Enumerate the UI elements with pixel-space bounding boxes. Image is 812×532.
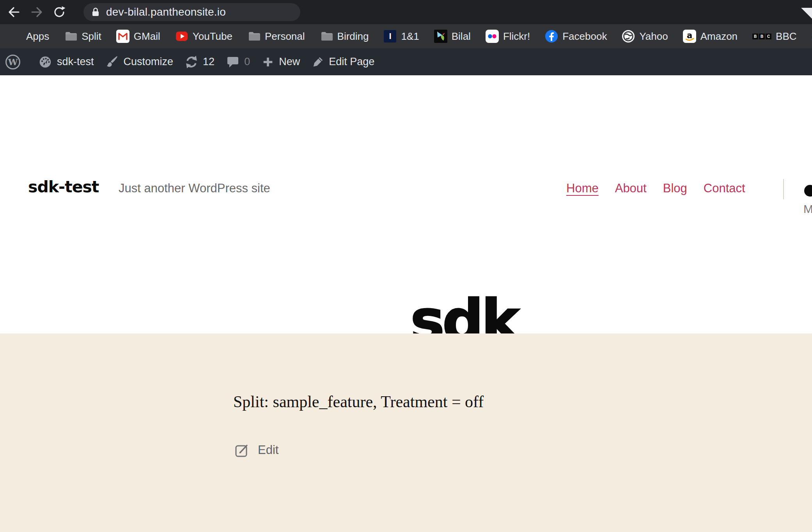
updates-count: 12 <box>203 56 215 68</box>
gmail-icon <box>116 30 129 43</box>
bookmark-label: BBC <box>776 30 796 43</box>
bookmark-label: Facebook <box>562 30 607 43</box>
wp-admin-bar: W sdk-test Customize 12 0 New Edit Page <box>0 48 812 75</box>
dashboard-gauge-icon <box>38 55 52 69</box>
hummingbird-icon <box>434 30 447 43</box>
bookmark-gmail[interactable]: GMail <box>116 30 160 43</box>
primary-nav: Home About Blog Contact <box>566 181 745 195</box>
bookmark-facebook[interactable]: Facebook <box>545 30 607 43</box>
browser-window: dev-bilal.pantheonsite.io Apps Split GMa… <box>0 0 812 532</box>
folder-icon <box>320 30 333 43</box>
site-header: sdk-test Just another WordPress site Hom… <box>0 75 812 333</box>
site-name-menu[interactable]: sdk-test <box>38 55 94 69</box>
forward-button[interactable] <box>28 4 45 21</box>
new-label: New <box>279 56 300 68</box>
customize-menu[interactable]: Customize <box>106 55 174 69</box>
nav-link-about[interactable]: About <box>615 181 647 195</box>
wordpress-logo-icon: W <box>5 54 21 70</box>
url-text: dev-bilal.pantheonsite.io <box>106 6 226 18</box>
bookmark-label: Yahoo <box>639 30 668 43</box>
back-button[interactable] <box>5 4 23 21</box>
bookmark-apps[interactable]: Apps <box>9 30 49 43</box>
svg-text:W: W <box>8 57 18 67</box>
nav-link-contact[interactable]: Contact <box>704 181 745 195</box>
back-arrow-icon <box>7 5 21 19</box>
forward-arrow-icon <box>30 5 44 19</box>
google-apps-grid-icon <box>9 30 22 43</box>
bookmark-label: 1&1 <box>401 30 419 43</box>
comments-menu[interactable]: 0 <box>226 55 250 69</box>
lock-icon <box>90 6 101 18</box>
bbc-icon: BBC <box>752 30 771 43</box>
edit-page-label: Edit Page <box>329 56 374 68</box>
site-title[interactable]: sdk-test <box>28 177 99 196</box>
site-tagline: Just another WordPress site <box>119 181 270 195</box>
globe-icon <box>622 30 635 43</box>
bookmark-label: Bilal <box>452 30 471 43</box>
edit-icon <box>234 442 251 459</box>
post-content-section <box>0 333 812 532</box>
site-name-label: sdk-test <box>57 56 94 68</box>
nav-link-blog[interactable]: Blog <box>663 181 687 195</box>
bookmark-label: Split <box>82 30 101 43</box>
bookmark-bbc[interactable]: BBC BBC <box>752 30 796 43</box>
chrome-toolbar: dev-bilal.pantheonsite.io <box>0 0 812 24</box>
bookmark-yahoo[interactable]: Yahoo <box>622 30 668 43</box>
edit-page-menu[interactable]: Edit Page <box>312 56 374 68</box>
truncated-menu-label: M <box>803 202 812 216</box>
folder-icon <box>64 30 77 43</box>
bookmark-label: Personal <box>265 30 305 43</box>
cursor-artifact <box>800 5 812 20</box>
bookmark-label: Flickr! <box>503 30 530 43</box>
url-bar[interactable]: dev-bilal.pantheonsite.io <box>83 3 300 21</box>
bookmark-1and1[interactable]: I 1&1 <box>383 30 419 43</box>
bookmark-flickr[interactable]: Flickr! <box>486 30 530 43</box>
reload-icon <box>52 5 66 19</box>
bookmarks-bar: Apps Split GMail YouTube Personal Birdin… <box>0 24 812 48</box>
nav-link-home[interactable]: Home <box>566 181 599 195</box>
bookmark-label: Birding <box>337 30 369 43</box>
edit-label: Edit <box>258 443 278 457</box>
bookmark-split[interactable]: Split <box>64 30 101 43</box>
comment-bubble-icon <box>226 55 239 69</box>
bookmark-label: Apps <box>26 30 49 43</box>
edit-post-link[interactable]: Edit <box>234 442 278 459</box>
comments-count: 0 <box>244 56 250 68</box>
amazon-icon: a <box>683 30 696 43</box>
flickr-icon <box>486 30 499 43</box>
bookmark-personal[interactable]: Personal <box>247 30 305 43</box>
plus-icon <box>262 56 274 68</box>
bookmark-label: YouTube <box>193 30 232 43</box>
bookmark-youtube[interactable]: YouTube <box>175 30 232 43</box>
bookmark-bilal[interactable]: Bilal <box>434 30 471 43</box>
update-arrows-icon <box>185 55 198 69</box>
header-dot-icon <box>804 185 812 197</box>
reload-button[interactable] <box>51 4 68 21</box>
youtube-icon <box>175 30 188 43</box>
1and1-icon: I <box>383 30 397 43</box>
bookmark-label: Amazon <box>700 30 738 43</box>
updates-menu[interactable]: 12 <box>185 55 215 69</box>
pencil-icon <box>312 56 324 68</box>
svg-text:a: a <box>687 31 692 40</box>
facebook-icon <box>545 30 558 43</box>
bookmark-label: GMail <box>134 30 160 43</box>
wp-logo-menu[interactable]: W <box>5 54 21 70</box>
new-menu[interactable]: New <box>262 56 300 68</box>
bookmark-birding[interactable]: Birding <box>320 30 369 43</box>
bookmark-amazon[interactable]: a Amazon <box>683 30 738 43</box>
paintbrush-icon <box>106 55 119 69</box>
header-divider <box>783 179 784 199</box>
folder-icon <box>247 30 261 43</box>
split-status-text: Split: sample_feature, Treatment = off <box>233 392 484 411</box>
customize-label: Customize <box>124 56 174 68</box>
